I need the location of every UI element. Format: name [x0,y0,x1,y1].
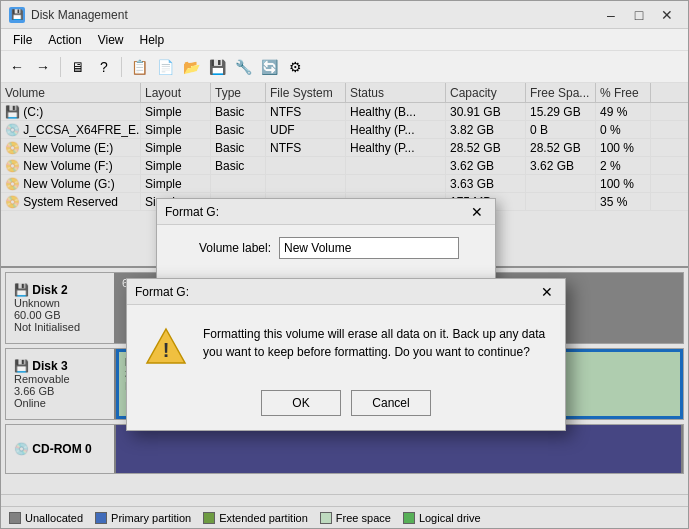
title-bar: 💾 Disk Management – □ ✕ [1,1,688,29]
format-button[interactable]: 🔧 [231,55,255,79]
format-dialog-behind-close[interactable]: ✕ [467,203,487,221]
main-window: 💾 Disk Management – □ ✕ File Action View… [0,0,689,529]
toolbar-separator-1 [60,57,61,77]
toolbar: ← → 🖥 ? 📋 📄 📂 💾 🔧 🔄 ⚙ [1,51,688,83]
computer-button[interactable]: 🖥 [66,55,90,79]
confirm-dialog-body: ! Formatting this volume will erase all … [127,305,565,382]
menu-bar: File Action View Help [1,29,688,51]
warning-icon: ! [145,325,187,370]
format-dialog-behind: Format G: ✕ Volume label: [156,198,496,280]
refresh-button[interactable]: 🔄 [257,55,281,79]
menu-view[interactable]: View [90,29,132,50]
app-icon: 💾 [9,7,25,23]
back-button[interactable]: ← [5,55,29,79]
format-dialog-behind-title-text: Format G: [165,205,219,219]
new-button[interactable]: 📄 [153,55,177,79]
content-area: Volume Layout Type File System Status Ca… [1,83,688,528]
confirm-buttons: OK Cancel [127,382,565,430]
format-dialog-behind-body: Volume label: [157,225,495,279]
confirm-dialog-close[interactable]: ✕ [537,283,557,301]
svg-text:!: ! [163,339,170,361]
volume-label-input[interactable] [279,237,459,259]
settings-button[interactable]: ⚙ [283,55,307,79]
ok-button[interactable]: OK [261,390,341,416]
menu-help[interactable]: Help [132,29,173,50]
title-bar-left: 💾 Disk Management [9,7,128,23]
window-title: Disk Management [31,8,128,22]
format-dialog-behind-title: Format G: ✕ [157,199,495,225]
volume-label-text: Volume label: [171,241,271,255]
open-button[interactable]: 📂 [179,55,203,79]
window-controls: – □ ✕ [598,5,680,25]
menu-file[interactable]: File [5,29,40,50]
minimize-button[interactable]: – [598,5,624,25]
maximize-button[interactable]: □ [626,5,652,25]
close-button[interactable]: ✕ [654,5,680,25]
help-button[interactable]: ? [92,55,116,79]
confirm-dialog-title-text: Format G: [135,285,189,299]
cancel-button[interactable]: Cancel [351,390,431,416]
confirm-dialog: Format G: ✕ ! Formatting this volume wil… [126,278,566,431]
confirm-dialog-title: Format G: ✕ [127,279,565,305]
confirm-message: Formatting this volume will erase all da… [203,325,547,361]
toolbar-separator-2 [121,57,122,77]
forward-button[interactable]: → [31,55,55,79]
menu-action[interactable]: Action [40,29,89,50]
save-button[interactable]: 💾 [205,55,229,79]
volume-label-row: Volume label: [171,237,481,259]
properties-button[interactable]: 📋 [127,55,151,79]
